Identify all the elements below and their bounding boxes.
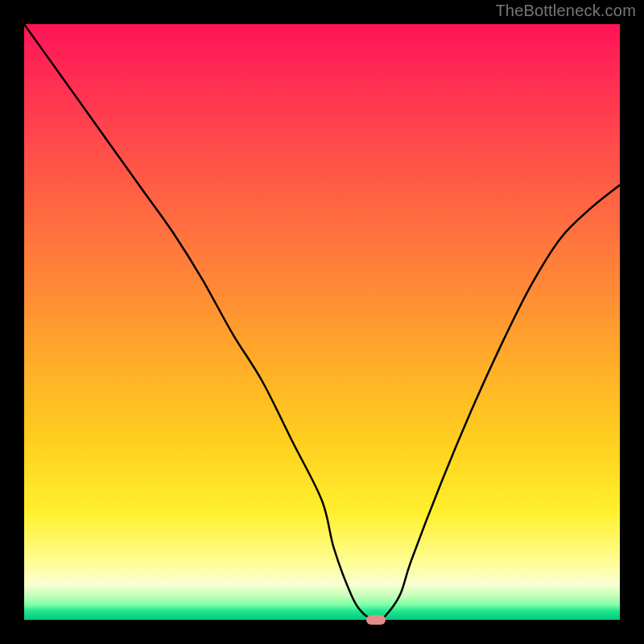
bottleneck-curve [24, 24, 620, 620]
plot-area [24, 24, 620, 620]
chart-container: TheBottleneck.com [0, 0, 644, 644]
watermark-text: TheBottleneck.com [495, 2, 636, 20]
optimal-point-marker [366, 615, 386, 625]
